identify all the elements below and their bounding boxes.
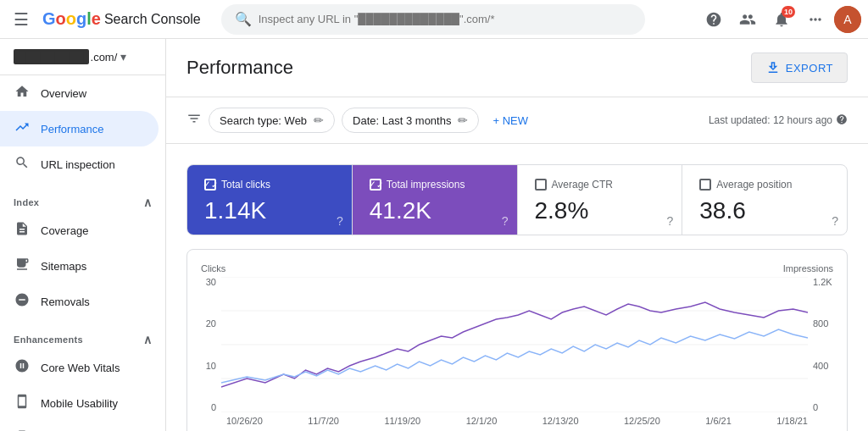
total-impressions-value: 41.2K [370,197,500,224]
metric-total-impressions[interactable]: ✓ Total impressions 41.2K ? [353,165,518,235]
search-type-label: Search type: Web [220,114,307,127]
metrics-row: ✓ Total clicks 1.14K ? ✓ Total impressio… [186,164,848,235]
clicks-line [221,329,808,383]
average-position-label: Average position [716,179,792,191]
average-ctr-label-row: Average CTR [535,179,665,191]
home-icon [14,84,31,102]
metric-average-position[interactable]: Average position 38.6 ? [682,165,847,235]
average-ctr-help-icon[interactable]: ? [666,214,673,228]
x-label-1: 11/7/20 [308,416,339,426]
last-updated-help-icon[interactable] [836,113,848,128]
search-icon: 🔍 [235,11,252,27]
new-filter-button[interactable]: + NEW [486,109,535,132]
search-type-filter[interactable]: Search type: Web ✏ [209,108,335,133]
search-type-edit-icon: ✏ [314,113,324,127]
coverage-icon [14,221,31,240]
sidebar-item-url-inspection[interactable]: URL inspection [0,146,159,182]
property-dropdown-arrow[interactable]: ▾ [120,50,126,64]
apps-button[interactable] [800,4,831,35]
sidebar-label-sitemaps: Sitemaps [41,260,86,273]
svg-text:A: A [843,13,852,26]
total-impressions-checkbox[interactable]: ✓ [370,179,381,191]
x-label-2: 11/19/20 [384,416,420,426]
sidebar-item-sitemaps[interactable]: Sitemaps [0,248,159,284]
sidebar-item-performance[interactable]: Performance [0,111,159,146]
date-label: Date: Last 3 months [353,114,451,127]
total-impressions-help-icon[interactable]: ? [502,214,509,228]
index-section-toggle[interactable]: ∧ [143,196,152,209]
average-ctr-value: 2.8% [535,197,665,224]
url-search-bar[interactable]: 🔍 [221,4,645,35]
total-clicks-checkbox[interactable]: ✓ [204,179,216,191]
filter-icon[interactable] [186,111,202,130]
date-filter[interactable]: Date: Last 3 months ✏ [342,108,479,133]
x-label-0: 10/26/20 [226,416,263,426]
metric-average-ctr[interactable]: Average CTR 2.8% ? [518,165,683,235]
total-clicks-label: Total clicks [221,179,270,191]
help-button[interactable] [698,4,729,35]
top-bar: ☰ Google Search Console 🔍 10 A [0,0,868,39]
sidebar-label-url-inspection: URL inspection [41,158,115,171]
y-right-1200: 1.2K [813,277,832,287]
sidebar-label-coverage: Coverage [41,224,88,237]
enhancements-section-toggle[interactable]: ∧ [143,333,152,346]
average-ctr-checkbox[interactable] [535,179,547,191]
sidebar-label-removals: Removals [41,296,90,308]
x-label-7: 1/18/21 [776,416,808,426]
mobile-usability-icon [14,394,31,412]
logo: Google Search Console [42,9,201,29]
sidebar-item-overview[interactable]: Overview [0,75,159,111]
sidebar-label-core-web-vitals: Core Web Vitals [41,362,120,374]
app-name: Search Console [104,12,201,27]
y-left-0: 0 [211,402,216,412]
notifications-button[interactable]: 10 [766,4,797,35]
average-position-value: 38.6 [699,197,830,224]
sidebar-item-amp[interactable]: AMP [0,421,159,431]
performance-icon [14,119,31,138]
url-inspection-icon [14,155,31,174]
total-clicks-help-icon[interactable]: ? [337,214,343,228]
main-content: Performance EXPORT Search type: Web ✏ Da… [166,39,868,431]
sidebar-label-performance: Performance [41,123,103,135]
index-section-label: Index [14,197,39,207]
sidebar: █████████ .com/ ▾ Overview Performance U… [0,39,166,431]
total-clicks-label-row: ✓ Total clicks [204,179,335,191]
date-edit-icon: ✏ [458,113,468,127]
core-web-vitals-icon [14,358,31,377]
metric-total-clicks[interactable]: ✓ Total clicks 1.14K ? [187,165,353,235]
last-updated: Last updated: 12 hours ago [709,113,848,128]
sitemaps-icon [14,257,31,275]
y-right-400: 400 [813,361,828,371]
x-label-5: 12/25/20 [624,416,660,426]
filters-bar: Search type: Web ✏ Date: Last 3 months ✏… [166,97,868,144]
average-position-help-icon[interactable]: ? [832,214,838,228]
page-header: Performance EXPORT [166,39,868,97]
sidebar-item-removals[interactable]: Removals [0,284,159,319]
average-position-checkbox[interactable] [699,179,711,191]
sidebar-item-core-web-vitals[interactable]: Core Web Vitals [0,350,159,385]
sidebar-item-coverage[interactable]: Coverage [0,213,159,248]
enhancements-section-header: Enhancements ∧ [0,319,165,350]
y-right-800: 800 [813,318,828,329]
main-layout: █████████ .com/ ▾ Overview Performance U… [0,39,868,431]
chart-y-left-title: Clicks [201,263,225,274]
new-filter-label: + NEW [492,114,528,127]
index-section-header: Index ∧ [0,182,165,213]
menu-icon[interactable]: ☰ [7,3,36,36]
export-button[interactable]: EXPORT [751,52,848,83]
notification-badge: 10 [782,6,795,18]
total-impressions-label-row: ✓ Total impressions [370,179,500,191]
property-suffix: .com/ [91,51,118,64]
avatar[interactable]: A [834,6,861,33]
average-position-label-row: Average position [699,179,830,191]
total-clicks-value: 1.14K [204,197,335,224]
sidebar-item-mobile-usability[interactable]: Mobile Usability [0,385,159,421]
y-right-0: 0 [813,402,818,412]
sidebar-label-mobile-usability: Mobile Usability [41,397,118,410]
users-button[interactable] [732,4,763,35]
total-impressions-label: Total impressions [387,179,465,191]
y-left-30: 30 [206,277,216,287]
property-selector[interactable]: █████████ .com/ ▾ [0,39,165,75]
url-search-input[interactable] [259,13,632,25]
chart-y-right-title: Impressions [783,263,833,274]
